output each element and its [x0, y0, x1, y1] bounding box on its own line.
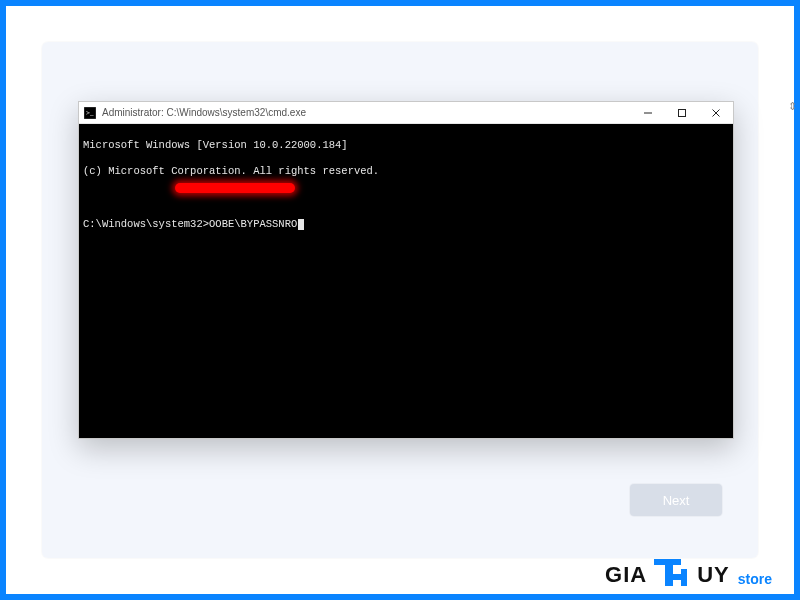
watermark-text-uy: UY: [697, 562, 730, 588]
terminal-cursor: [298, 219, 304, 230]
watermark-text-gia: GIA: [605, 562, 647, 588]
terminal-body[interactable]: Microsoft Windows [Version 10.0.22000.18…: [79, 124, 733, 438]
svg-text:>_: >_: [86, 109, 94, 117]
close-button[interactable]: [699, 102, 733, 124]
cmd-window: >_ Administrator: C:\Windows\system32\cm…: [78, 101, 734, 439]
next-button[interactable]: Next: [630, 484, 722, 516]
window-titlebar[interactable]: >_ Administrator: C:\Windows\system32\cm…: [79, 102, 733, 124]
minimize-button[interactable]: [631, 102, 665, 124]
image-frame: >_ Administrator: C:\Windows\system32\cm…: [0, 0, 800, 600]
terminal-prompt: C:\Windows\system32>: [83, 218, 209, 230]
terminal-line-version: Microsoft Windows [Version 10.0.22000.18…: [83, 139, 729, 152]
watermark: GIA UY store: [605, 553, 772, 588]
next-button-label: Next: [663, 493, 690, 508]
watermark-logo-th-icon: [653, 553, 691, 588]
terminal-line-copyright: (c) Microsoft Corporation. All rights re…: [83, 165, 729, 178]
resize-grip-icon: ⇕: [788, 100, 797, 113]
redaction-mark: [175, 183, 295, 193]
maximize-button[interactable]: [665, 102, 699, 124]
svg-rect-3: [679, 109, 686, 116]
terminal-command: OOBE\BYPASSNRO: [209, 218, 297, 230]
cmd-icon: >_: [83, 106, 97, 120]
watermark-text-store: store: [738, 571, 772, 588]
svg-rect-6: [655, 560, 678, 564]
window-title: Administrator: C:\Windows\system32\cmd.e…: [102, 107, 306, 118]
